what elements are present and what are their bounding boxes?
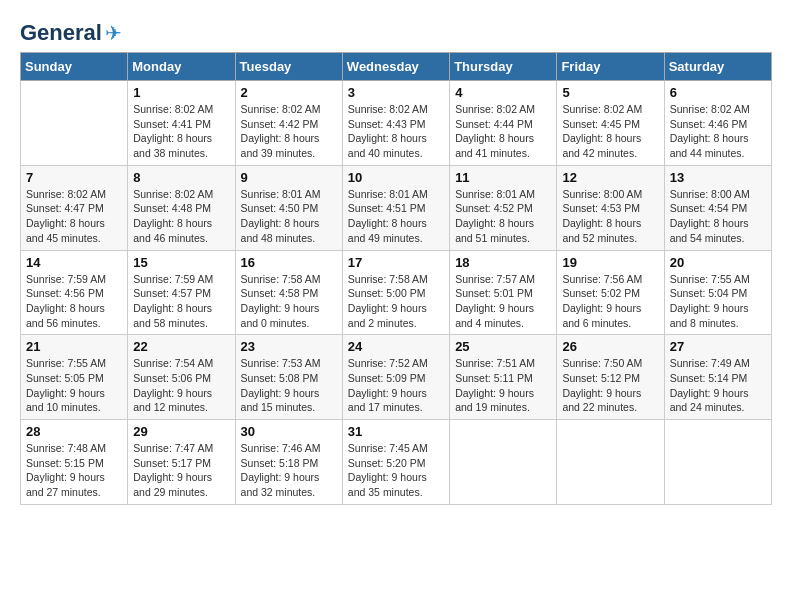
sunrise-text: Sunrise: 7:48 AM — [26, 441, 122, 456]
sunrise-text: Sunrise: 8:01 AM — [241, 187, 337, 202]
calendar-cell: 6 Sunrise: 8:02 AM Sunset: 4:46 PM Dayli… — [664, 81, 771, 166]
calendar-cell: 22 Sunrise: 7:54 AM Sunset: 5:06 PM Dayl… — [128, 335, 235, 420]
day-number: 20 — [670, 255, 766, 270]
day-number: 11 — [455, 170, 551, 185]
weekday-header-friday: Friday — [557, 53, 664, 81]
daylight-text: Daylight: 9 hours and 2 minutes. — [348, 301, 444, 330]
weekday-header-saturday: Saturday — [664, 53, 771, 81]
day-info: Sunrise: 7:59 AM Sunset: 4:57 PM Dayligh… — [133, 272, 229, 331]
day-number: 25 — [455, 339, 551, 354]
daylight-text: Daylight: 9 hours and 8 minutes. — [670, 301, 766, 330]
day-info: Sunrise: 8:02 AM Sunset: 4:41 PM Dayligh… — [133, 102, 229, 161]
sunset-text: Sunset: 5:15 PM — [26, 456, 122, 471]
page-header: General ✈ — [20, 20, 772, 42]
sunrise-text: Sunrise: 7:56 AM — [562, 272, 658, 287]
day-info: Sunrise: 8:01 AM Sunset: 4:50 PM Dayligh… — [241, 187, 337, 246]
calendar-week-row: 14 Sunrise: 7:59 AM Sunset: 4:56 PM Dayl… — [21, 250, 772, 335]
day-number: 22 — [133, 339, 229, 354]
sunset-text: Sunset: 5:20 PM — [348, 456, 444, 471]
daylight-text: Daylight: 9 hours and 0 minutes. — [241, 301, 337, 330]
day-info: Sunrise: 7:45 AM Sunset: 5:20 PM Dayligh… — [348, 441, 444, 500]
daylight-text: Daylight: 8 hours and 42 minutes. — [562, 131, 658, 160]
calendar-week-row: 21 Sunrise: 7:55 AM Sunset: 5:05 PM Dayl… — [21, 335, 772, 420]
day-info: Sunrise: 8:02 AM Sunset: 4:47 PM Dayligh… — [26, 187, 122, 246]
calendar-cell: 11 Sunrise: 8:01 AM Sunset: 4:52 PM Dayl… — [450, 165, 557, 250]
sunset-text: Sunset: 5:02 PM — [562, 286, 658, 301]
calendar-cell — [21, 81, 128, 166]
logo-text: General — [20, 20, 102, 46]
sunrise-text: Sunrise: 8:00 AM — [670, 187, 766, 202]
calendar-cell: 29 Sunrise: 7:47 AM Sunset: 5:17 PM Dayl… — [128, 420, 235, 505]
calendar-week-row: 1 Sunrise: 8:02 AM Sunset: 4:41 PM Dayli… — [21, 81, 772, 166]
day-info: Sunrise: 8:02 AM Sunset: 4:43 PM Dayligh… — [348, 102, 444, 161]
sunset-text: Sunset: 4:58 PM — [241, 286, 337, 301]
weekday-header-monday: Monday — [128, 53, 235, 81]
weekday-header-wednesday: Wednesday — [342, 53, 449, 81]
sunrise-text: Sunrise: 7:49 AM — [670, 356, 766, 371]
daylight-text: Daylight: 8 hours and 48 minutes. — [241, 216, 337, 245]
calendar-cell: 12 Sunrise: 8:00 AM Sunset: 4:53 PM Dayl… — [557, 165, 664, 250]
sunrise-text: Sunrise: 8:02 AM — [241, 102, 337, 117]
calendar-cell: 16 Sunrise: 7:58 AM Sunset: 4:58 PM Dayl… — [235, 250, 342, 335]
daylight-text: Daylight: 8 hours and 52 minutes. — [562, 216, 658, 245]
sunset-text: Sunset: 4:46 PM — [670, 117, 766, 132]
daylight-text: Daylight: 8 hours and 41 minutes. — [455, 131, 551, 160]
day-info: Sunrise: 8:01 AM Sunset: 4:52 PM Dayligh… — [455, 187, 551, 246]
calendar-cell: 17 Sunrise: 7:58 AM Sunset: 5:00 PM Dayl… — [342, 250, 449, 335]
calendar-cell: 1 Sunrise: 8:02 AM Sunset: 4:41 PM Dayli… — [128, 81, 235, 166]
calendar-cell: 20 Sunrise: 7:55 AM Sunset: 5:04 PM Dayl… — [664, 250, 771, 335]
day-number: 2 — [241, 85, 337, 100]
daylight-text: Daylight: 9 hours and 4 minutes. — [455, 301, 551, 330]
day-info: Sunrise: 7:53 AM Sunset: 5:08 PM Dayligh… — [241, 356, 337, 415]
sunset-text: Sunset: 4:48 PM — [133, 201, 229, 216]
sunset-text: Sunset: 4:44 PM — [455, 117, 551, 132]
day-number: 13 — [670, 170, 766, 185]
sunset-text: Sunset: 5:18 PM — [241, 456, 337, 471]
day-info: Sunrise: 7:50 AM Sunset: 5:12 PM Dayligh… — [562, 356, 658, 415]
sunset-text: Sunset: 4:45 PM — [562, 117, 658, 132]
day-number: 30 — [241, 424, 337, 439]
calendar-cell: 30 Sunrise: 7:46 AM Sunset: 5:18 PM Dayl… — [235, 420, 342, 505]
day-info: Sunrise: 8:00 AM Sunset: 4:53 PM Dayligh… — [562, 187, 658, 246]
day-info: Sunrise: 7:48 AM Sunset: 5:15 PM Dayligh… — [26, 441, 122, 500]
calendar-cell: 10 Sunrise: 8:01 AM Sunset: 4:51 PM Dayl… — [342, 165, 449, 250]
day-number: 26 — [562, 339, 658, 354]
sunrise-text: Sunrise: 7:58 AM — [241, 272, 337, 287]
daylight-text: Daylight: 8 hours and 44 minutes. — [670, 131, 766, 160]
daylight-text: Daylight: 8 hours and 54 minutes. — [670, 216, 766, 245]
day-info: Sunrise: 7:52 AM Sunset: 5:09 PM Dayligh… — [348, 356, 444, 415]
day-info: Sunrise: 7:47 AM Sunset: 5:17 PM Dayligh… — [133, 441, 229, 500]
sunrise-text: Sunrise: 7:58 AM — [348, 272, 444, 287]
sunrise-text: Sunrise: 8:01 AM — [348, 187, 444, 202]
daylight-text: Daylight: 9 hours and 32 minutes. — [241, 470, 337, 499]
sunrise-text: Sunrise: 7:51 AM — [455, 356, 551, 371]
daylight-text: Daylight: 9 hours and 6 minutes. — [562, 301, 658, 330]
day-number: 24 — [348, 339, 444, 354]
sunrise-text: Sunrise: 7:53 AM — [241, 356, 337, 371]
day-number: 7 — [26, 170, 122, 185]
daylight-text: Daylight: 8 hours and 51 minutes. — [455, 216, 551, 245]
calendar-week-row: 7 Sunrise: 8:02 AM Sunset: 4:47 PM Dayli… — [21, 165, 772, 250]
day-number: 16 — [241, 255, 337, 270]
sunset-text: Sunset: 4:42 PM — [241, 117, 337, 132]
sunset-text: Sunset: 4:57 PM — [133, 286, 229, 301]
calendar-cell: 31 Sunrise: 7:45 AM Sunset: 5:20 PM Dayl… — [342, 420, 449, 505]
calendar-cell: 8 Sunrise: 8:02 AM Sunset: 4:48 PM Dayli… — [128, 165, 235, 250]
sunset-text: Sunset: 5:17 PM — [133, 456, 229, 471]
calendar-cell: 25 Sunrise: 7:51 AM Sunset: 5:11 PM Dayl… — [450, 335, 557, 420]
day-number: 29 — [133, 424, 229, 439]
sunset-text: Sunset: 5:05 PM — [26, 371, 122, 386]
sunrise-text: Sunrise: 8:02 AM — [133, 187, 229, 202]
calendar-cell: 27 Sunrise: 7:49 AM Sunset: 5:14 PM Dayl… — [664, 335, 771, 420]
day-number: 15 — [133, 255, 229, 270]
daylight-text: Daylight: 9 hours and 19 minutes. — [455, 386, 551, 415]
daylight-text: Daylight: 9 hours and 10 minutes. — [26, 386, 122, 415]
sunrise-text: Sunrise: 7:47 AM — [133, 441, 229, 456]
day-info: Sunrise: 8:02 AM Sunset: 4:46 PM Dayligh… — [670, 102, 766, 161]
day-info: Sunrise: 8:01 AM Sunset: 4:51 PM Dayligh… — [348, 187, 444, 246]
day-info: Sunrise: 8:02 AM Sunset: 4:42 PM Dayligh… — [241, 102, 337, 161]
day-number: 14 — [26, 255, 122, 270]
day-info: Sunrise: 7:54 AM Sunset: 5:06 PM Dayligh… — [133, 356, 229, 415]
sunrise-text: Sunrise: 7:59 AM — [133, 272, 229, 287]
day-number: 3 — [348, 85, 444, 100]
